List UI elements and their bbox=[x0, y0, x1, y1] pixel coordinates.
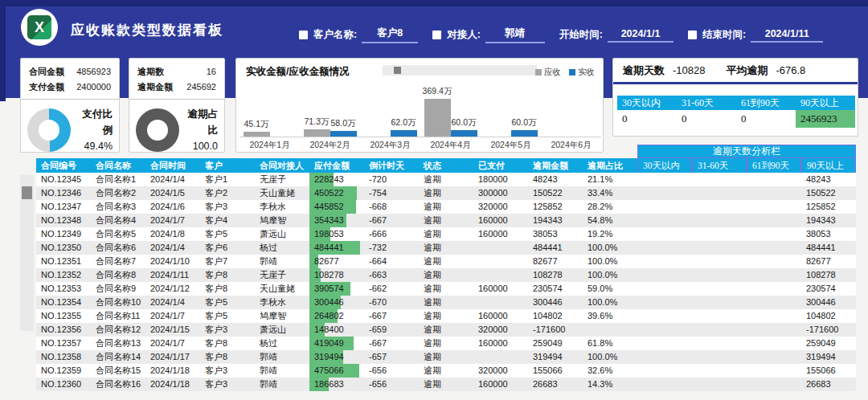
filter-label: 对接人: bbox=[447, 28, 481, 42]
filter-label: 开始时间: bbox=[559, 28, 603, 42]
cell bbox=[637, 268, 692, 282]
bar-value-label: 369.4万 bbox=[423, 86, 452, 97]
cell: 合同名称12 bbox=[91, 323, 145, 337]
cell: 104802 bbox=[801, 309, 856, 323]
cell bbox=[473, 296, 528, 309]
cell: 2024/1/6 bbox=[145, 200, 200, 214]
receivable-bar bbox=[244, 132, 270, 137]
contact-field[interactable]: 郭靖 bbox=[485, 27, 545, 43]
top-accent-strip bbox=[0, 0, 868, 6]
avg-overdue-value: -676.8 bbox=[776, 64, 805, 76]
chart-title: 实收金额/应收金额情况 bbox=[246, 65, 349, 79]
cell bbox=[747, 378, 801, 391]
aging-buckets: 30天以内 31-60天 61到90天 90天以上 0 0 0 2456923 bbox=[617, 96, 855, 128]
cell: 108278 bbox=[801, 268, 856, 282]
cell: 合同名称6 bbox=[91, 241, 145, 255]
receivable-legend-swatch bbox=[535, 69, 542, 76]
cell: 104802 bbox=[528, 309, 583, 323]
overdue-card: 逾期数16 逾期金额245692 逾期占比 100.0 bbox=[129, 58, 225, 153]
cell: 郭靖 bbox=[255, 364, 309, 378]
cell: 100.0% bbox=[583, 350, 637, 364]
page-title: 应收账款类型数据看板 bbox=[71, 21, 223, 39]
x-axis-tick: 2024年1月 bbox=[240, 140, 300, 151]
overdue-ratio-value: 100.0 bbox=[186, 138, 218, 154]
cell: NO.12356 bbox=[36, 323, 91, 337]
checkbox-icon[interactable] bbox=[432, 31, 441, 39]
cell: 320000 bbox=[473, 364, 528, 378]
cell bbox=[637, 309, 692, 323]
cell bbox=[747, 186, 801, 200]
cell bbox=[692, 241, 747, 255]
cell: 李秋水 bbox=[255, 200, 309, 214]
cell: 48243 bbox=[528, 173, 583, 186]
cell: -667 bbox=[364, 309, 419, 323]
cell bbox=[747, 255, 801, 268]
cell bbox=[747, 282, 801, 296]
cell bbox=[692, 186, 747, 200]
overdue-days-value: -10828 bbox=[673, 64, 705, 76]
checkbox-icon[interactable] bbox=[299, 31, 308, 39]
table-row: NO.12349合同名称52024/1/8客户5萧远山198053-666逾期1… bbox=[36, 227, 856, 241]
bucket-header: 90天以上 bbox=[796, 96, 855, 110]
start-date-field[interactable]: 2024/1/1 bbox=[608, 28, 674, 43]
cell bbox=[747, 364, 801, 378]
table-row: NO.12348合同名称42024/1/7客户4鸠摩智354343-667逾期1… bbox=[36, 214, 856, 227]
cell: 21.1% bbox=[583, 173, 637, 186]
cell: 逾期 bbox=[419, 200, 473, 214]
table-row: NO.12347合同名称32024/1/6客户3李秋水445852-668逾期3… bbox=[36, 200, 856, 214]
cell: NO.12350 bbox=[36, 241, 91, 255]
chart-scrollbar[interactable] bbox=[383, 65, 537, 76]
cell: NO.12347 bbox=[36, 200, 91, 214]
cell: -171600 bbox=[528, 323, 583, 337]
cell: 合同名称3 bbox=[91, 200, 145, 214]
table-row: NO.12359合同名称152024/1/18客户3郭靖475066-656逾期… bbox=[36, 364, 856, 378]
cell: 无崖子 bbox=[255, 268, 309, 282]
cell bbox=[747, 268, 801, 282]
chart-scrollbar-thumb[interactable] bbox=[394, 67, 401, 74]
cell: 150522 bbox=[528, 186, 583, 200]
bar-value-label: 60.0万 bbox=[452, 117, 477, 129]
cell bbox=[747, 214, 801, 227]
cell: -667 bbox=[364, 337, 419, 350]
cell bbox=[692, 214, 747, 227]
cell: 逾期 bbox=[419, 350, 473, 364]
cell: 逾期 bbox=[419, 186, 473, 200]
cell: 合同名称15 bbox=[91, 364, 145, 378]
cell: 259049 bbox=[528, 337, 583, 350]
cell bbox=[747, 173, 801, 186]
cell: 180000 bbox=[473, 173, 528, 186]
cell: -657 bbox=[364, 350, 419, 364]
cell bbox=[583, 323, 637, 337]
filter-customer: 客户名称: 客户8 bbox=[299, 27, 418, 43]
cell: NO.12355 bbox=[36, 309, 91, 323]
overdue-ratio-donut bbox=[136, 108, 179, 152]
left-accent-strip bbox=[0, 6, 6, 101]
bucket-header: 30天以内 bbox=[617, 96, 677, 110]
table-row: NO.12360合同名称162024/1/18客户3郭靖186683-656逾期… bbox=[36, 378, 856, 391]
checkbox-icon[interactable] bbox=[688, 31, 697, 39]
cell: 2024/1/8 bbox=[145, 227, 200, 241]
cell: 客户1 bbox=[200, 173, 255, 186]
table-scrollbar[interactable] bbox=[20, 175, 34, 331]
cell: 客户5 bbox=[200, 296, 255, 309]
cell bbox=[692, 364, 747, 378]
filter-contact: 对接人: 郭靖 bbox=[432, 27, 545, 43]
overdue-analysis-group-header: 逾期天数分析栏 bbox=[637, 145, 856, 158]
cell: 39.6% bbox=[583, 309, 637, 323]
cell: 186683 bbox=[309, 378, 364, 391]
cell bbox=[692, 296, 747, 309]
cell: 逾期 bbox=[419, 364, 473, 378]
cell: 2024/1/7 bbox=[145, 337, 200, 350]
customer-name-field[interactable]: 客户8 bbox=[362, 27, 418, 43]
column-header: 合同对接人 bbox=[255, 158, 309, 173]
cell: 逾期 bbox=[419, 378, 473, 391]
chart-legend: 应收 实收 bbox=[535, 67, 595, 78]
table-scrollbar-thumb[interactable] bbox=[22, 186, 32, 199]
cell bbox=[692, 309, 747, 323]
cell: 郭靖 bbox=[255, 350, 309, 364]
end-date-field[interactable]: 2024/1/11 bbox=[751, 28, 823, 43]
cell: 合同名称1 bbox=[91, 173, 145, 186]
cell: -663 bbox=[364, 268, 419, 282]
cell: 2024/1/4 bbox=[145, 241, 200, 255]
cell: -670 bbox=[364, 296, 419, 309]
